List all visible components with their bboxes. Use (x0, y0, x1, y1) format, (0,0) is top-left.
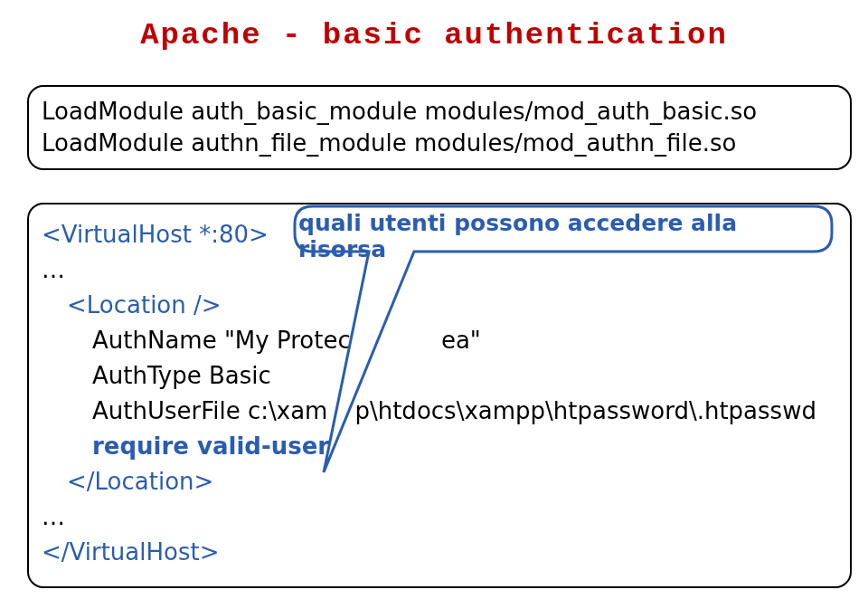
slide-title: Apache - basic authentication (0, 18, 868, 52)
code-line: LoadModule auth_basic_module modules/mod… (42, 98, 757, 125)
code-line: … (42, 499, 837, 535)
code-line: </VirtualHost> (42, 535, 837, 570)
code-line: LoadModule authn_file_module modules/mod… (42, 129, 736, 157)
code-box-loadmodule: LoadModule auth_basic_module modules/mod… (27, 85, 852, 170)
callout-text: quali utenti possono accedere alla risor… (298, 210, 823, 262)
slide: Apache - basic authentication LoadModule… (0, 0, 868, 599)
